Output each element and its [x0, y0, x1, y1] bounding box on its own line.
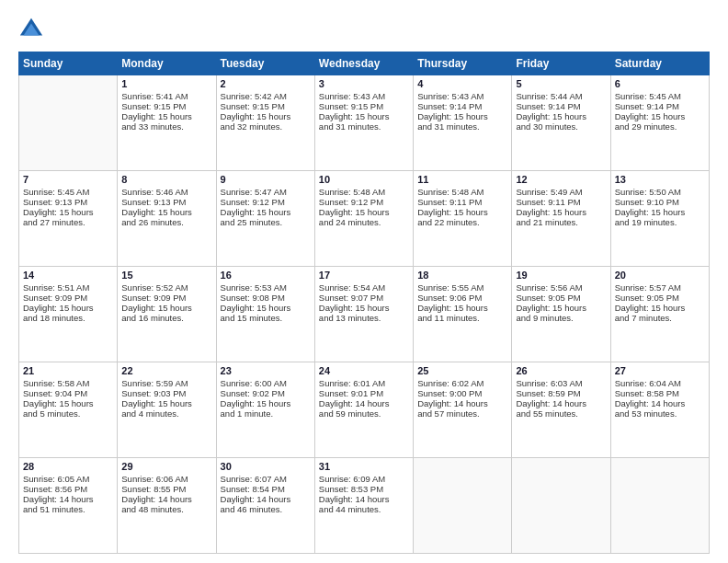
- cell-info-line: and 57 minutes.: [417, 408, 507, 419]
- cell-info-line: Daylight: 15 hours: [221, 111, 311, 121]
- cell-info-line: Sunrise: 6:01 AM: [319, 378, 409, 388]
- cell-info-line: Daylight: 15 hours: [221, 303, 311, 313]
- cell-info-line: Daylight: 15 hours: [516, 111, 606, 121]
- day-number: 29: [121, 461, 211, 472]
- cell-info-line: Sunrise: 5:59 AM: [121, 378, 211, 388]
- cell-info-line: and 31 minutes.: [319, 121, 409, 132]
- day-number: 2: [221, 78, 311, 89]
- cell-info-line: Sunset: 9:11 PM: [417, 197, 507, 207]
- day-header-monday: Monday: [118, 52, 216, 75]
- day-number: 3: [319, 78, 409, 89]
- calendar-week-2: 7Sunrise: 5:45 AMSunset: 9:13 PMDaylight…: [19, 171, 710, 267]
- day-number: 19: [516, 270, 606, 281]
- calendar-week-4: 21Sunrise: 5:58 AMSunset: 9:04 PMDayligh…: [19, 362, 710, 458]
- cell-info-line: Sunrise: 5:47 AM: [221, 187, 311, 197]
- calendar-week-3: 14Sunrise: 5:51 AMSunset: 9:09 PMDayligh…: [19, 267, 710, 362]
- day-number: 9: [221, 174, 311, 185]
- day-header-thursday: Thursday: [414, 52, 512, 75]
- cell-info-line: Sunset: 9:07 PM: [319, 293, 409, 303]
- day-header-sunday: Sunday: [19, 52, 118, 75]
- cell-info-line: Daylight: 15 hours: [319, 111, 409, 121]
- logo-icon: [18, 17, 44, 42]
- day-number: 24: [319, 365, 409, 376]
- cell-info-line: Daylight: 15 hours: [615, 303, 705, 313]
- cell-info-line: Daylight: 15 hours: [121, 207, 211, 217]
- calendar-cell: 23Sunrise: 6:00 AMSunset: 9:02 PMDayligh…: [216, 362, 314, 458]
- cell-info-line: Sunset: 9:09 PM: [23, 293, 113, 303]
- day-number: 26: [516, 365, 606, 376]
- cell-info-line: Sunset: 9:09 PM: [121, 293, 211, 303]
- cell-info-line: Sunset: 8:53 PM: [319, 484, 409, 494]
- day-number: 5: [516, 78, 606, 89]
- cell-info-line: and 31 minutes.: [417, 121, 507, 132]
- cell-info-line: Sunset: 9:00 PM: [417, 388, 507, 398]
- calendar-cell: 6Sunrise: 5:45 AMSunset: 9:14 PMDaylight…: [610, 75, 709, 171]
- cell-info-line: Sunrise: 5:45 AM: [23, 187, 113, 197]
- cell-info-line: Sunrise: 5:43 AM: [319, 91, 409, 101]
- day-number: 25: [417, 365, 507, 376]
- cell-info-line: and 53 minutes.: [615, 408, 705, 419]
- calendar-cell: 11Sunrise: 5:48 AMSunset: 9:11 PMDayligh…: [414, 171, 512, 267]
- day-number: 27: [615, 365, 705, 376]
- cell-info-line: Sunrise: 5:56 AM: [516, 282, 606, 293]
- calendar-cell: 26Sunrise: 6:03 AMSunset: 8:59 PMDayligh…: [512, 362, 610, 458]
- cell-info-line: and 48 minutes.: [121, 504, 211, 514]
- cell-info-line: Sunrise: 5:42 AM: [221, 91, 311, 101]
- cell-info-line: Sunrise: 6:06 AM: [121, 474, 211, 484]
- cell-info-line: and 15 minutes.: [221, 313, 311, 323]
- day-number: 6: [615, 78, 705, 89]
- cell-info-line: Daylight: 15 hours: [23, 303, 113, 313]
- calendar-header-row: SundayMondayTuesdayWednesdayThursdayFrid…: [19, 52, 710, 75]
- day-number: 18: [417, 270, 507, 281]
- calendar-cell: 28Sunrise: 6:05 AMSunset: 8:56 PMDayligh…: [19, 458, 118, 554]
- cell-info-line: Sunrise: 6:02 AM: [417, 378, 507, 388]
- cell-info-line: Sunset: 8:56 PM: [23, 484, 113, 494]
- cell-info-line: Sunrise: 5:43 AM: [417, 91, 507, 101]
- cell-info-line: Sunrise: 5:51 AM: [23, 282, 113, 293]
- calendar-cell: [610, 458, 709, 554]
- cell-info-line: Daylight: 15 hours: [417, 303, 507, 313]
- cell-info-line: Daylight: 14 hours: [417, 398, 507, 408]
- calendar-cell: 30Sunrise: 6:07 AMSunset: 8:54 PMDayligh…: [216, 458, 314, 554]
- cell-info-line: Daylight: 15 hours: [23, 207, 113, 217]
- cell-info-line: and 55 minutes.: [516, 408, 606, 419]
- day-header-tuesday: Tuesday: [216, 52, 314, 75]
- cell-info-line: Sunset: 9:06 PM: [417, 293, 507, 303]
- cell-info-line: Sunrise: 5:58 AM: [23, 378, 113, 388]
- cell-info-line: Daylight: 14 hours: [615, 398, 705, 408]
- calendar-cell: 29Sunrise: 6:06 AMSunset: 8:55 PMDayligh…: [118, 458, 216, 554]
- cell-info-line: and 29 minutes.: [615, 121, 705, 132]
- calendar-cell: 14Sunrise: 5:51 AMSunset: 9:09 PMDayligh…: [19, 267, 118, 362]
- cell-info-line: Sunrise: 5:53 AM: [221, 282, 311, 293]
- cell-info-line: and 18 minutes.: [23, 313, 113, 323]
- cell-info-line: Sunrise: 6:09 AM: [319, 474, 409, 484]
- cell-info-line: Sunset: 9:05 PM: [615, 293, 705, 303]
- cell-info-line: Sunrise: 5:46 AM: [121, 187, 211, 197]
- calendar-cell: 21Sunrise: 5:58 AMSunset: 9:04 PMDayligh…: [19, 362, 118, 458]
- cell-info-line: Sunset: 9:15 PM: [121, 101, 211, 111]
- calendar-cell: 17Sunrise: 5:54 AMSunset: 9:07 PMDayligh…: [314, 267, 413, 362]
- cell-info-line: Sunrise: 5:41 AM: [121, 91, 211, 101]
- cell-info-line: Sunset: 9:14 PM: [417, 101, 507, 111]
- cell-info-line: Daylight: 15 hours: [417, 207, 507, 217]
- cell-info-line: and 27 minutes.: [23, 217, 113, 227]
- cell-info-line: Sunset: 9:13 PM: [121, 197, 211, 207]
- calendar-cell: [512, 458, 610, 554]
- cell-info-line: and 51 minutes.: [23, 504, 113, 514]
- day-number: 8: [121, 174, 211, 185]
- calendar-cell: 5Sunrise: 5:44 AMSunset: 9:14 PMDaylight…: [512, 75, 610, 171]
- calendar-table: SundayMondayTuesdayWednesdayThursdayFrid…: [18, 52, 710, 554]
- cell-info-line: Sunrise: 6:05 AM: [23, 474, 113, 484]
- calendar-cell: 20Sunrise: 5:57 AMSunset: 9:05 PMDayligh…: [610, 267, 709, 362]
- cell-info-line: and 24 minutes.: [319, 217, 409, 227]
- cell-info-line: Sunrise: 6:03 AM: [516, 378, 606, 388]
- cell-info-line: and 13 minutes.: [319, 313, 409, 323]
- cell-info-line: Daylight: 15 hours: [319, 207, 409, 217]
- calendar-cell: 3Sunrise: 5:43 AMSunset: 9:15 PMDaylight…: [314, 75, 413, 171]
- cell-info-line: and 46 minutes.: [221, 504, 311, 514]
- calendar-cell: 8Sunrise: 5:46 AMSunset: 9:13 PMDaylight…: [118, 171, 216, 267]
- cell-info-line: Sunrise: 6:04 AM: [615, 378, 705, 388]
- day-number: 20: [615, 270, 705, 281]
- day-number: 17: [319, 270, 409, 281]
- cell-info-line: Sunset: 9:14 PM: [516, 101, 606, 111]
